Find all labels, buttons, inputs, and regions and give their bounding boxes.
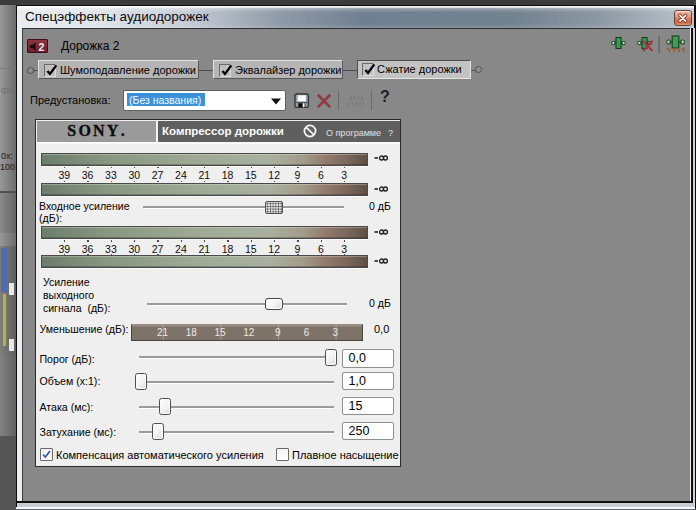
svg-text:2: 2 <box>38 40 44 52</box>
